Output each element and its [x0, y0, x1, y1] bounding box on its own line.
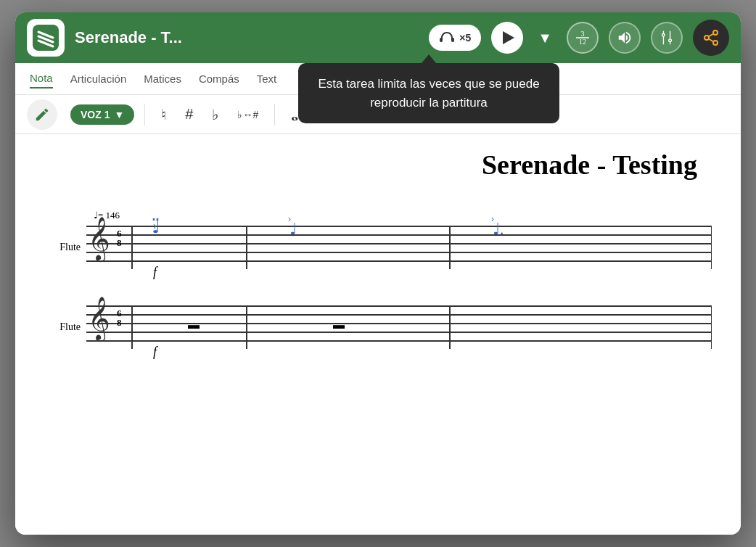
share-icon — [702, 29, 720, 46]
pencil-icon — [34, 107, 50, 123]
staff-line-10 — [86, 340, 712, 342]
time-sig-2: 6 8 — [117, 308, 122, 327]
staff-container: ♩= 146 Flute 𝄞 6 — [44, 210, 712, 349]
tempo-marking: ♩= 146 — [94, 210, 712, 221]
voice-chevron-icon: ▼ — [114, 109, 124, 120]
barline-start-1 — [131, 226, 133, 269]
chevron-down-icon: ▼ — [538, 30, 552, 46]
staff-row-1: Flute 𝄞 6 8 ♩̈ — [44, 226, 712, 269]
svg-point-10 — [669, 39, 672, 42]
whole-note-btn[interactable]: 𝅝 — [285, 101, 297, 128]
play-count-button[interactable]: ×5 — [429, 25, 481, 51]
toolbar-divider-2 — [274, 104, 275, 126]
treble-clef-1: 𝄞 — [88, 220, 110, 258]
svg-text:12: 12 — [579, 38, 586, 46]
voice-selector[interactable]: VOZ 1 ▼ — [70, 104, 134, 125]
tab-compas[interactable]: Compás — [199, 70, 239, 88]
staff-lines-2: 𝄞 6 8 ▬ ▬ f — [86, 305, 712, 349]
tooltip-arrow — [422, 54, 436, 63]
staff-line-2 — [86, 234, 712, 236]
time-sig-1: 6 8 — [117, 229, 122, 247]
staff-line-9 — [86, 332, 712, 333]
barline-2 — [449, 226, 451, 269]
accent-mark-3: › — [491, 214, 494, 224]
svg-line-15 — [709, 39, 714, 42]
tab-matices[interactable]: Matices — [144, 70, 181, 88]
playback-chevron-button[interactable]: ▼ — [533, 27, 556, 49]
play-count-x: ×5 — [459, 32, 471, 44]
staff-line-6 — [86, 305, 712, 307]
tooltip-wrapper: Esta tarea limita las veces que se puede… — [298, 54, 559, 123]
score-title-header: Serenade - T... — [75, 28, 419, 47]
barline-3 — [246, 305, 247, 349]
app-window: Serenade - T... ×5 ▼ 3 12 — [15, 12, 741, 535]
accent-mark-2: › — [288, 214, 291, 224]
tab-nota[interactable]: Nota — [30, 69, 53, 89]
barline-1 — [246, 226, 247, 269]
staff-line-1 — [86, 226, 712, 227]
flat-logo-icon — [33, 25, 59, 51]
dynamic-f-2: f — [153, 345, 157, 360]
tooltip-text: Esta tarea limita las veces que se puede… — [318, 77, 539, 110]
sharp-btn[interactable]: # — [179, 103, 199, 126]
staff-line-7 — [86, 314, 712, 316]
voice-label: VOZ 1 — [81, 109, 110, 120]
treble-clef-2: 𝄞 — [88, 300, 110, 337]
staff-row-2: Flute 𝄞 6 8 ▬ ▬ — [44, 305, 712, 349]
speaker-button[interactable] — [609, 22, 641, 54]
staff-line-8 — [86, 323, 712, 324]
logo-box — [27, 19, 65, 57]
rest-mark-1: ▬ — [188, 318, 200, 332]
natural-btn[interactable]: ♮ — [155, 103, 172, 126]
toolbar-divider-1 — [144, 104, 145, 126]
tooltip-box: Esta tarea limita las veces que se puede… — [298, 63, 559, 123]
headphone-icon — [439, 30, 455, 45]
speaker-icon — [617, 30, 633, 46]
flat-sharp-toggle-btn[interactable]: ♭↔# — [231, 106, 264, 123]
play-triangle-icon — [503, 31, 514, 44]
staff-label-2: Flute — [44, 321, 81, 333]
rest-mark-2: ▬ — [333, 318, 345, 332]
staff-line-3 — [86, 243, 712, 244]
dynamic-f-1: f — [153, 265, 157, 280]
svg-rect-4 — [440, 38, 443, 42]
score-area: Serenade - Testing ♩= 146 Flute 𝄞 — [15, 134, 741, 535]
mixer-icon — [659, 30, 675, 46]
tab-text[interactable]: Text — [257, 70, 277, 88]
svg-rect-0 — [33, 25, 59, 51]
svg-rect-5 — [451, 38, 454, 42]
tab-articulacion[interactable]: Articulación — [70, 70, 127, 88]
barline-end-2 — [711, 305, 712, 349]
barline-start-2 — [131, 305, 133, 349]
score-main-title: Serenade - Testing — [44, 149, 712, 181]
note-3: ♩. — [493, 220, 504, 239]
play-button[interactable] — [491, 22, 523, 54]
staff-line-5 — [86, 260, 712, 262]
staff-lines-1: 𝄞 6 8 ♩̈ › ♩ › ♩. › — [86, 226, 712, 269]
svg-point-9 — [662, 34, 665, 37]
fraction-icon: 3 12 — [572, 27, 593, 47]
accent-mark-1: › — [153, 220, 157, 231]
pencil-button[interactable] — [27, 99, 57, 130]
staff-label-1: Flute — [44, 242, 81, 253]
share-button[interactable] — [693, 20, 729, 56]
svg-line-16 — [709, 34, 714, 37]
flat-btn[interactable]: ♭ — [206, 103, 224, 126]
fraction-button[interactable]: 3 12 — [567, 22, 599, 54]
staff-line-4 — [86, 252, 712, 253]
barline-4 — [449, 305, 451, 349]
mixer-button[interactable] — [651, 22, 683, 54]
barline-end-1 — [711, 226, 712, 269]
svg-text:3: 3 — [581, 30, 585, 38]
